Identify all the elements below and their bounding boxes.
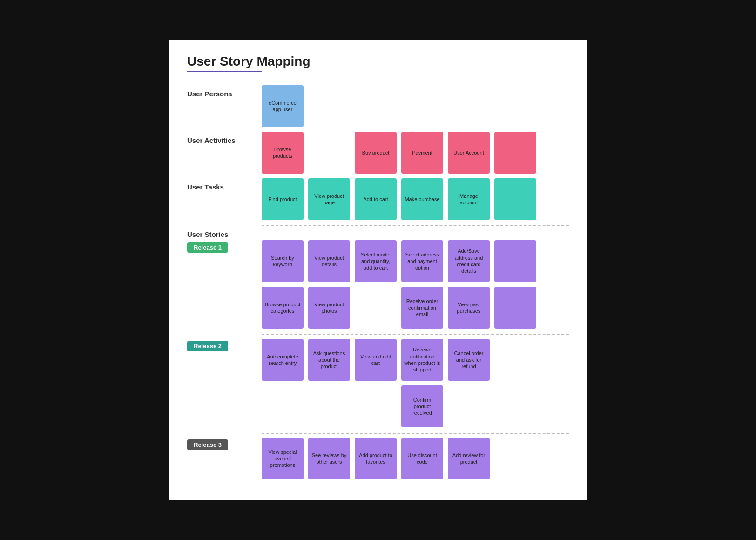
card-see-reviews[interactable]: See reviews by other users <box>308 438 350 479</box>
card-payment[interactable]: Payment <box>401 132 443 174</box>
card-r1-empty-1[interactable] <box>494 240 536 282</box>
card-confirm-received[interactable]: Confirm product received <box>401 385 443 427</box>
card-r1-empty-2[interactable] <box>494 287 536 329</box>
release-1-row-2: Browse product categories View product p… <box>262 287 569 329</box>
card-search-keyword[interactable]: Search by keyword <box>262 240 304 282</box>
card-buy-product[interactable]: Buy product <box>355 132 397 174</box>
release-1-row-1: Search by keyword View product details S… <box>262 240 569 282</box>
card-view-product-details[interactable]: View product details <box>308 240 350 282</box>
card-add-to-cart[interactable]: Add to cart <box>355 178 397 220</box>
card-user-account[interactable]: User Account <box>448 132 490 174</box>
activities-section: User Activities Browse products Buy prod… <box>187 132 569 174</box>
card-make-purchase[interactable]: Make purchase <box>401 178 443 220</box>
card-view-past-purchases[interactable]: View past purchases <box>448 287 490 329</box>
tasks-label: User Tasks <box>187 178 262 191</box>
card-special-events[interactable]: View special events/ promotions <box>262 438 304 479</box>
release-1-block: Release 1 Search by keyword View product… <box>187 240 569 329</box>
release-2-block: Release 2 Autocomplete search entry Ask … <box>187 339 569 427</box>
release-3-divider <box>262 433 569 434</box>
card-ecommerce-user[interactable]: eCommerce app user <box>262 85 304 127</box>
release-3-col: Release 3 <box>187 438 262 450</box>
release-2-badge[interactable]: Release 2 <box>187 341 228 351</box>
activities-cards: Browse products Buy product Payment User… <box>262 132 569 174</box>
card-add-review[interactable]: Add review for product <box>448 438 490 479</box>
card-view-product-photos[interactable]: View product photos <box>308 287 350 329</box>
persona-section: User Persona eCommerce app user <box>187 85 569 127</box>
stories-section: User Stories Release 1 Search by keyword… <box>187 230 569 481</box>
page-title: User Story Mapping <box>187 54 569 69</box>
activities-label: User Activities <box>187 132 262 144</box>
release-3-rows: View special events/ promotions See revi… <box>262 438 569 479</box>
release-1-badge[interactable]: Release 1 <box>187 242 228 253</box>
release-2-divider <box>262 334 569 335</box>
release-3-block: Release 3 View special events/ promotion… <box>187 438 569 479</box>
stories-header: User Stories <box>187 230 569 238</box>
card-add-favorites[interactable]: Add product to favorites <box>355 438 397 479</box>
release-2-col: Release 2 <box>187 339 262 351</box>
release-3-row-1: View special events/ promotions See revi… <box>262 438 569 479</box>
card-notification-shipped[interactable]: Receive notification when product is shi… <box>401 339 443 381</box>
release-2-row-1: Autocomplete search entry Ask questions … <box>262 339 569 381</box>
release-3-badge[interactable]: Release 3 <box>187 439 228 450</box>
release-2-row-2: Confirm product received <box>262 385 569 427</box>
card-select-address-payment[interactable]: Select address and payment option <box>401 240 443 282</box>
card-task-empty[interactable] <box>494 178 536 220</box>
card-add-save-address[interactable]: Add/Save address and credit card details <box>448 240 490 282</box>
card-select-model-qty[interactable]: Select model and quantity, add to cart <box>355 240 397 282</box>
stories-divider-top <box>262 225 569 226</box>
release-2-rows: Autocomplete search entry Ask questions … <box>262 339 569 427</box>
card-order-confirmation[interactable]: Receive order confirmation email <box>401 287 443 329</box>
card-browse-categories[interactable]: Browse product categories <box>262 287 304 329</box>
card-activity-empty[interactable] <box>494 132 536 174</box>
card-cancel-order[interactable]: Cancel order and ask for refund <box>448 339 490 381</box>
card-find-product[interactable]: Find product <box>262 178 304 220</box>
tasks-cards: Find product View product page Add to ca… <box>262 178 569 220</box>
card-view-edit-cart[interactable]: View and edit cart <box>355 339 397 381</box>
stories-label: User Stories <box>187 230 262 238</box>
card-view-product-page[interactable]: View product page <box>308 178 350 220</box>
card-browse-products[interactable]: Browse products <box>262 132 304 174</box>
persona-label: User Persona <box>187 85 262 98</box>
tasks-section: User Tasks Find product View product pag… <box>187 178 569 220</box>
title-underline <box>187 71 262 72</box>
card-ask-questions[interactable]: Ask questions about the product <box>308 339 350 381</box>
card-discount-code[interactable]: Use discount code <box>401 438 443 479</box>
release-1-col: Release 1 <box>187 240 262 253</box>
canvas: User Story Mapping User Persona eCommerc… <box>169 40 587 500</box>
card-manage-account[interactable]: Manage account <box>448 178 490 220</box>
persona-cards: eCommerce app user <box>262 85 569 127</box>
release-1-rows: Search by keyword View product details S… <box>262 240 569 329</box>
card-autocomplete[interactable]: Autocomplete search entry <box>262 339 304 381</box>
